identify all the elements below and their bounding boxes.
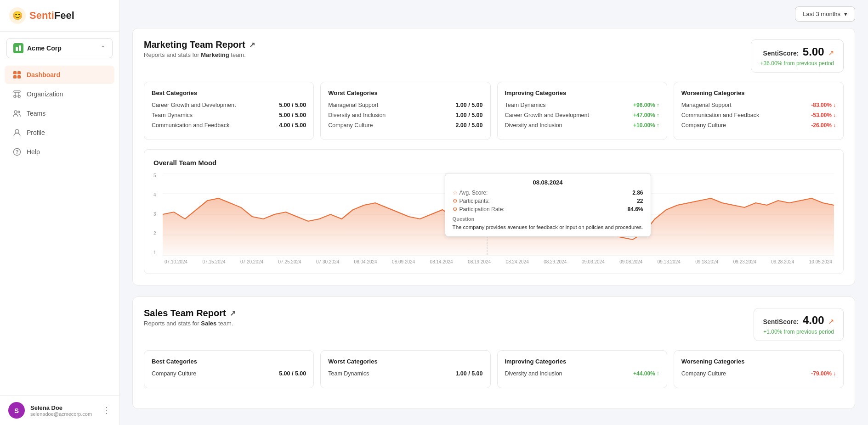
table-row: Team Dynamics +96.00% ↑: [505, 102, 659, 108]
marketing-report-subtitle: Reports and stats for Marketing team.: [144, 51, 255, 58]
marketing-sentiscore-box: SentiScore: 5.00 ↗ +36.00% from previous…: [751, 39, 844, 73]
marketing-report-card: Marketing Team Report ↗ Reports and stat…: [132, 28, 855, 285]
svg-rect-2: [13, 71, 17, 74]
svg-rect-4: [13, 75, 17, 78]
table-row: Diversity and Inclusion +44.00% ↑: [505, 370, 659, 377]
top-bar: Last 3 months ▾: [119, 0, 868, 28]
marketing-report-title: Marketing Team Report ↗: [144, 39, 255, 50]
marketing-categories-grid: Best Categories Career Growth and Develo…: [144, 82, 844, 140]
user-info: Selena Doe selenadoe@acmecorp.com: [30, 404, 97, 417]
marketing-chart-title: Overall Team Mood: [153, 159, 834, 167]
tooltip-question-label: Question: [453, 216, 643, 222]
chart-x-labels: 07.10.2024 07.15.2024 07.20.2024 07.25.2…: [163, 259, 834, 264]
marketing-best-categories-card: Best Categories Career Growth and Develo…: [144, 82, 314, 140]
nav-section: Dashboard Organization: [0, 62, 119, 395]
user-menu-icon[interactable]: ⋮: [102, 405, 111, 415]
avatar: S: [8, 402, 25, 419]
period-selector-chevron-icon: ▾: [844, 11, 847, 17]
company-chevron-icon: ⌃: [100, 45, 106, 52]
period-selector[interactable]: Last 3 months ▾: [795, 6, 855, 22]
svg-rect-3: [17, 71, 21, 74]
tooltip-avg-score-row: ☆Avg. Score: 2.86: [453, 190, 643, 196]
sales-improving-categories-title: Improving Categories: [505, 358, 659, 365]
svg-text:?: ?: [16, 149, 19, 155]
sales-worsening-categories-title: Worsening Categories: [681, 358, 836, 365]
sidebar-item-help-label: Help: [27, 148, 40, 156]
organization-icon: [13, 90, 21, 98]
svg-rect-6: [14, 91, 20, 92]
table-row: Diversity and Inclusion +10.00% ↑: [505, 122, 659, 129]
marketing-sentiscore-label: SentiScore:: [763, 50, 799, 57]
table-row: Team Dynamics 1.00 / 5.00: [328, 370, 482, 377]
sales-worst-categories-card: Worst Categories Team Dynamics 1.00 / 5.…: [320, 350, 490, 388]
sidebar-item-dashboard-label: Dashboard: [27, 71, 60, 78]
marketing-chart-area: 08.08.2024 ☆Avg. Score: 2.86 ⚙Participan…: [163, 173, 834, 264]
sales-sentiscore-label: SentiScore:: [763, 318, 799, 325]
chart-tooltip: 08.08.2024 ☆Avg. Score: 2.86 ⚙Participan…: [445, 173, 651, 237]
sales-best-categories-card: Best Categories Company Culture 5.00 / 5…: [144, 350, 314, 388]
svg-point-13: [15, 129, 19, 133]
table-row: Career Growth and Development 5.00 / 5.0…: [152, 102, 306, 108]
table-row: Team Dynamics 5.00 / 5.00: [152, 112, 306, 118]
logo-area: 😊 SentiFeel: [0, 0, 119, 32]
sales-report-subtitle: Reports and stats for Sales team.: [144, 320, 236, 327]
company-icon: [13, 43, 23, 53]
marketing-improving-categories-title: Improving Categories: [505, 89, 659, 96]
company-name: Acme Corp: [27, 45, 62, 52]
sales-report-title-area: Sales Team Report ↗ Reports and stats fo…: [144, 308, 236, 327]
company-selector[interactable]: Acme Corp ⌃: [6, 38, 113, 58]
table-row: Company Culture -79.00% ↓: [681, 370, 836, 377]
profile-icon: [13, 129, 21, 137]
marketing-sentiscore-main: SentiScore: 5.00 ↗: [760, 45, 834, 58]
sales-best-categories-title: Best Categories: [152, 358, 306, 365]
sidebar-item-organization[interactable]: Organization: [5, 85, 114, 103]
user-email: selenadoe@acmecorp.com: [30, 411, 97, 417]
tooltip-date: 08.08.2024: [453, 179, 643, 186]
svg-point-11: [14, 111, 17, 113]
marketing-worst-categories-title: Worst Categories: [328, 89, 482, 96]
period-selector-label: Last 3 months: [803, 11, 840, 17]
table-row: Managerial Support 1.00 / 5.00: [328, 102, 482, 108]
sidebar-item-profile-label: Profile: [27, 129, 45, 136]
marketing-chart-container: Overall Team Mood 1 2 3 4 5: [144, 149, 844, 274]
sales-improving-categories-card: Improving Categories Diversity and Inclu…: [497, 350, 667, 388]
sales-sentiscore-value: 4.00: [803, 314, 824, 326]
marketing-sentiscore-value: 5.00: [803, 45, 824, 58]
sales-report-header: Sales Team Report ↗ Reports and stats fo…: [144, 308, 844, 341]
svg-point-12: [18, 111, 20, 113]
sales-worsening-categories-card: Worsening Categories Company Culture -79…: [674, 350, 844, 388]
sidebar-item-teams-label: Teams: [27, 110, 45, 117]
table-row: Company Culture 5.00 / 5.00: [152, 370, 306, 377]
sales-sentiscore-trend-icon: ↗: [828, 318, 834, 325]
dashboard-icon: [13, 71, 21, 79]
main-content: Last 3 months ▾ Marketing Team Report ↗ …: [119, 0, 868, 425]
svg-rect-0: [16, 47, 18, 51]
sidebar-item-help[interactable]: ? Help: [5, 143, 114, 161]
table-row: Managerial Support -83.00% ↓: [681, 102, 836, 108]
chart-y-axis: 1 2 3 4 5: [153, 173, 159, 264]
tooltip-participation-rate-row: ⚙Participation Rate: 84.6%: [453, 206, 643, 212]
sidebar-item-profile[interactable]: Profile: [5, 123, 114, 142]
marketing-report-title-area: Marketing Team Report ↗ Reports and stat…: [144, 39, 255, 58]
marketing-worst-categories-card: Worst Categories Managerial Support 1.00…: [320, 82, 490, 140]
sales-sentiscore-main: SentiScore: 4.00 ↗: [763, 314, 834, 327]
tooltip-star-icon: ☆: [453, 190, 458, 196]
table-row: Career Growth and Development +47.00% ↑: [505, 112, 659, 118]
logo-icon: 😊: [9, 7, 26, 24]
sales-report-link-icon[interactable]: ↗: [230, 309, 236, 318]
reports-container: Marketing Team Report ↗ Reports and stat…: [119, 28, 868, 425]
sales-categories-grid: Best Categories Company Culture 5.00 / 5…: [144, 350, 844, 388]
tooltip-participants-icon: ⚙: [453, 198, 458, 204]
marketing-report-link-icon[interactable]: ↗: [249, 40, 255, 49]
sales-worst-categories-title: Worst Categories: [328, 358, 482, 365]
company-selector-left: Acme Corp: [13, 43, 62, 53]
sidebar-item-dashboard[interactable]: Dashboard: [5, 66, 114, 84]
svg-rect-5: [17, 75, 21, 78]
tooltip-question-text: The company provides avenues for feedbac…: [453, 224, 643, 231]
sidebar-item-teams[interactable]: Teams: [5, 104, 114, 123]
logo-text: SentiFeel: [29, 10, 74, 22]
sales-sentiscore-change: +1.00% from previous period: [763, 329, 834, 335]
user-name: Selena Doe: [30, 404, 97, 411]
teams-icon: [13, 109, 21, 117]
marketing-best-categories-title: Best Categories: [152, 89, 306, 96]
